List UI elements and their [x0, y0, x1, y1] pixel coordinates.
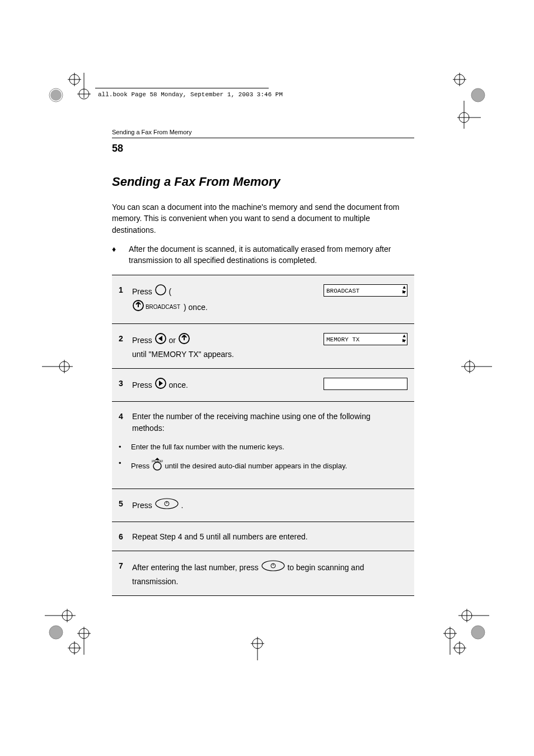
start-key-icon — [261, 560, 285, 575]
up-arrow-icon — [132, 299, 144, 315]
svg-point-49 — [153, 462, 161, 470]
lcd-text: MEMORY TX — [326, 336, 359, 343]
lcd-display: BROADCAST ▲▼ ▶ — [324, 284, 407, 297]
step-text: After entering the last number, press — [132, 563, 261, 572]
sub-bullet-text: Enter the full fax number with the numer… — [131, 442, 407, 453]
intro-paragraph: You can scan a document into the machine… — [112, 201, 414, 236]
lcd-right-icon: ▶ — [402, 288, 406, 296]
step-text: Repeat Step 4 and 5 until all numbers ar… — [132, 531, 407, 543]
step-text: ( — [169, 287, 172, 296]
print-file-header-text: all.book Page 58 Monday, September 1, 20… — [98, 91, 283, 98]
step-row: 3 Press once. — [112, 368, 414, 401]
lcd-display — [324, 378, 407, 390]
svg-point-37 — [471, 626, 485, 639]
right-nav-icon — [154, 377, 167, 393]
lcd-right-icon: ▶ — [402, 336, 406, 345]
crop-mark-bot-left-3 — [73, 621, 95, 655]
crop-mark-bot-center — [241, 627, 274, 660]
sub-bullet-text: Press SPEAKER until the desired auto-dia… — [131, 458, 407, 475]
section-heading: Sending a Fax From Memory — [112, 175, 414, 189]
step-number: 1 — [119, 284, 132, 316]
intro-bullet-text: After the document is scanned, it is aut… — [129, 243, 414, 266]
svg-point-44 — [156, 285, 166, 295]
intro-bullet: ♦ After the document is scanned, it is a… — [112, 243, 414, 266]
step-number: 6 — [119, 531, 132, 543]
steps-table: 1 Press ( — [112, 275, 414, 596]
page-number: 58 — [112, 143, 414, 154]
left-nav-icon — [154, 332, 167, 348]
svg-text:SPEAKER: SPEAKER — [152, 459, 163, 463]
svg-point-11 — [471, 88, 485, 102]
lcd-text: BROADCAST — [326, 288, 359, 294]
step-text: Press — [132, 287, 154, 296]
start-key-icon — [154, 497, 179, 513]
up-arrow-icon — [178, 332, 190, 348]
running-header: Sending a Fax From Memory — [112, 129, 414, 138]
step-number: 4 — [119, 411, 132, 434]
step-number: 7 — [119, 560, 132, 588]
step-text: Press — [132, 381, 154, 389]
step-row: 4 Enter the number of the receiving mach… — [112, 401, 414, 442]
step-row: 6 Repeat Step 4 and 5 until all numbers … — [112, 522, 414, 551]
svg-point-1 — [50, 90, 62, 101]
speaker-key-icon: SPEAKER — [152, 458, 163, 475]
step-text: Press — [132, 501, 154, 510]
svg-point-27 — [49, 626, 63, 639]
step-text: Press — [132, 336, 154, 345]
step-row: 7 After entering the last number, press … — [112, 551, 414, 596]
step-row: 5 Press . — [112, 489, 414, 522]
step-text: . — [181, 501, 184, 510]
step-text: once. — [169, 381, 188, 389]
step-row: 1 Press ( — [112, 275, 414, 323]
print-file-header: all.book Page 58 Monday, September 1, 20… — [98, 91, 283, 98]
step-text: until "MEMORY TX" appears. — [132, 350, 234, 359]
step-text: Enter the number of the receiving machin… — [132, 411, 407, 434]
crop-mark-top-right-2 — [447, 101, 481, 134]
step-text: ) once. — [184, 303, 208, 312]
step-number: 3 — [119, 378, 132, 393]
step-row: 2 Press or — [112, 323, 414, 368]
crop-mark-mid-right — [453, 350, 492, 383]
step-sub-bullets: • Enter the full fax number with the num… — [112, 442, 414, 489]
lcd-display: MEMORY TX ▲▼ ▶ — [324, 333, 407, 345]
step-text: or — [169, 336, 178, 345]
broadcast-label: BROADCAST — [146, 304, 180, 310]
crop-mark-top-left-2 — [73, 73, 95, 106]
crop-mark-bot-right-3 — [439, 621, 461, 655]
step-number: 5 — [119, 498, 132, 514]
step-number: 2 — [119, 333, 132, 360]
broadcast-key-icon — [154, 284, 167, 299]
crop-mark-mid-left — [42, 350, 81, 383]
